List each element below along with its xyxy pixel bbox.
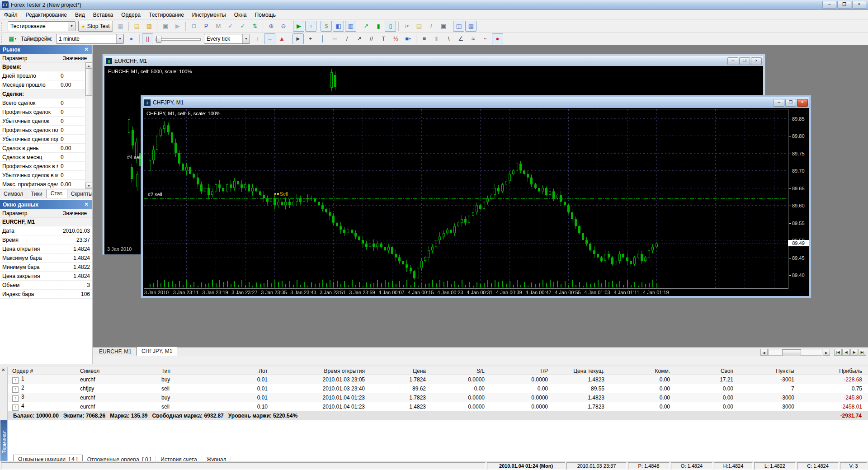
- orders-col-header[interactable]: Тип: [157, 368, 225, 374]
- market-tab-тики[interactable]: Тики: [27, 190, 46, 198]
- orders-col-header[interactable]: Своп: [675, 368, 738, 374]
- maximize-button[interactable]: ❐: [837, 1, 851, 9]
- restore-button[interactable]: ❐: [739, 57, 750, 65]
- new-note-icon[interactable]: □: [188, 21, 199, 32]
- chfjpy-title-bar[interactable]: ▮ CHFJPY, M1 –❐×: [143, 97, 809, 108]
- timeframe-combo[interactable]: 1 minute▼: [56, 34, 124, 44]
- order-row[interactable]: ↑4eurchfsell0.102010.01.04 01:231.48230.…: [8, 402, 868, 411]
- info-icon[interactable]: i▾: [401, 21, 412, 32]
- mdi-first-chart[interactable]: |◀: [834, 349, 842, 356]
- orders-col-header[interactable]: Цена: [369, 368, 430, 374]
- trendline-tool-icon[interactable]: /: [341, 33, 353, 44]
- menu-тестирование[interactable]: Тестирование: [145, 10, 188, 19]
- orders-col-header[interactable]: Комм.: [609, 368, 675, 374]
- price-label-tool-icon[interactable]: ½: [390, 33, 401, 44]
- market-scrollbar[interactable]: ▲▼: [85, 62, 92, 189]
- note-p-icon[interactable]: P: [200, 21, 212, 32]
- wave-icon[interactable]: ~: [480, 33, 491, 44]
- close-button[interactable]: ×: [797, 99, 808, 107]
- zoom-in-icon[interactable]: ⊕: [265, 21, 277, 32]
- orders-col-header[interactable]: Пункты: [738, 368, 799, 374]
- test-mode-combo[interactable]: Тестирование▼: [8, 21, 75, 31]
- ray-tool-icon[interactable]: ↗: [354, 33, 365, 44]
- vline-tool-icon[interactable]: │: [317, 33, 328, 44]
- title-bar[interactable]: FT Forex Tester 2 (New project*) –❐×: [0, 0, 868, 10]
- bar-chart-icon[interactable]: ▮: [373, 21, 384, 32]
- market-panel-close-icon[interactable]: ✕: [83, 47, 90, 53]
- order-row[interactable]: ↑2chfjpysell0.012010.01.03 23:4089.620.0…: [8, 384, 868, 393]
- cursor-tool-icon[interactable]: ►: [292, 33, 304, 44]
- step-forward-icon[interactable]: →: [264, 33, 275, 44]
- chfjpy-chart-window[interactable]: ▮ CHFJPY, M1 –❐× CHFJPY, M1, cell: 5, sc…: [141, 95, 811, 298]
- crosshair-tool-icon[interactable]: +: [305, 33, 316, 44]
- step-back-icon[interactable]: ↑: [252, 33, 263, 44]
- candle-chart-icon[interactable]: ▯: [385, 21, 396, 32]
- time-settings-icon[interactable]: ●: [126, 33, 137, 44]
- bars-play-icon[interactable]: ▶: [293, 21, 304, 32]
- vlines-set-icon[interactable]: ‖: [431, 33, 442, 44]
- diag-lines-icon[interactable]: \: [443, 33, 454, 44]
- tick-mode-combo[interactable]: Every tick▼: [204, 34, 250, 44]
- data-panel-close-icon[interactable]: ✕: [83, 202, 90, 208]
- menu-вид[interactable]: Вид: [71, 10, 89, 19]
- menu-помощь[interactable]: Помощь: [251, 10, 280, 19]
- export-data-icon[interactable]: ▶: [172, 21, 183, 32]
- close-button[interactable]: ×: [751, 57, 762, 65]
- orders-col-header[interactable]: Лот: [225, 368, 272, 374]
- close-button[interactable]: ×: [852, 1, 866, 9]
- channel-icon[interactable]: ∠: [455, 33, 467, 44]
- task-check-icon[interactable]: ✓: [225, 21, 236, 32]
- mdi-tab-eurchfm1[interactable]: EURCHF, M1: [94, 348, 137, 356]
- pause-button[interactable]: ||: [142, 33, 153, 44]
- orders-col-header[interactable]: S/L: [430, 368, 489, 374]
- stop-drawing-icon[interactable]: ●: [492, 33, 503, 44]
- minimize-button[interactable]: –: [822, 1, 836, 9]
- market-tab-скрипты[interactable]: Скрипты: [67, 190, 97, 198]
- bars-add-icon[interactable]: +: [305, 21, 316, 32]
- menu-файл[interactable]: Файл: [0, 10, 22, 19]
- data-panel-icon[interactable]: ▥: [345, 21, 356, 32]
- menu-ордера[interactable]: Ордера: [117, 10, 145, 19]
- orders-col-header[interactable]: Символ: [75, 368, 157, 374]
- note-m-icon[interactable]: M: [212, 21, 224, 32]
- tick-chart-icon[interactable]: ↗: [360, 21, 372, 32]
- color-tool-icon[interactable]: ■▾: [402, 33, 414, 44]
- menu-вставка[interactable]: Вставка: [89, 10, 118, 19]
- hline-tool-icon[interactable]: ─: [329, 33, 340, 44]
- layout-tile-icon[interactable]: ▦: [465, 21, 476, 32]
- market-tab-стат[interactable]: Стат.: [47, 189, 67, 198]
- refresh-doc-icon[interactable]: ⇅: [249, 21, 260, 32]
- terminal-close-icon[interactable]: ✕: [0, 367, 7, 374]
- parallel-lines-tool-icon[interactable]: //: [366, 33, 377, 44]
- profit-chart-icon[interactable]: ▦: [115, 21, 126, 32]
- step-end-icon[interactable]: ▲: [276, 33, 288, 44]
- mdi-scroll-left[interactable]: ◀: [760, 349, 768, 356]
- chfjpy-chart-area[interactable]: CHFJPY, M1, cell: 5, scale: 100% #2 sell…: [143, 108, 809, 296]
- mdi-next-chart[interactable]: ▶: [850, 349, 858, 356]
- chfjpy-plot[interactable]: #2 sell Sell: [144, 109, 788, 289]
- minimize-button[interactable]: –: [774, 99, 784, 107]
- market-tab-символ[interactable]: Символ: [0, 190, 27, 198]
- orders-col-header[interactable]: Прибыль: [799, 368, 867, 374]
- menu-инструменты[interactable]: Инструменты: [188, 10, 230, 19]
- fibo-icon[interactable]: ≈: [467, 33, 479, 44]
- money-chart-icon[interactable]: $: [321, 21, 332, 32]
- layout-cascade-icon[interactable]: ◫: [453, 21, 464, 32]
- stop-test-button[interactable]: ●Stop Test: [78, 21, 113, 32]
- mdi-last-chart[interactable]: ▶|: [859, 349, 866, 356]
- eurchf-title-bar[interactable]: ▮ EURCHF, M1 –❐×: [104, 56, 763, 66]
- order-row[interactable]: ↑3eurchfbuy0.012010.01.04 01:231.78230.0…: [8, 393, 868, 402]
- mdi-tab-chfjpym1[interactable]: CHFJPY, M1: [137, 347, 177, 356]
- sweep-icon[interactable]: /: [425, 21, 437, 32]
- menu-редактирование[interactable]: Редактирование: [22, 10, 71, 19]
- hlines-set-icon[interactable]: ≡: [419, 33, 430, 44]
- restore-button[interactable]: ❐: [785, 99, 796, 107]
- orders-col-header[interactable]: Цена текущ.: [552, 368, 609, 374]
- mdi-prev-chart[interactable]: ◀: [842, 349, 850, 356]
- save-project-icon[interactable]: ▥: [143, 21, 155, 32]
- new-chart-icon[interactable]: ▦▾: [7, 33, 18, 44]
- mdi-hscrollbar[interactable]: [768, 349, 822, 356]
- chfjpy-candles-canvas[interactable]: [144, 109, 788, 288]
- copy-data-icon[interactable]: ▣: [160, 21, 171, 32]
- orders-col-header[interactable]: T/P: [489, 368, 552, 374]
